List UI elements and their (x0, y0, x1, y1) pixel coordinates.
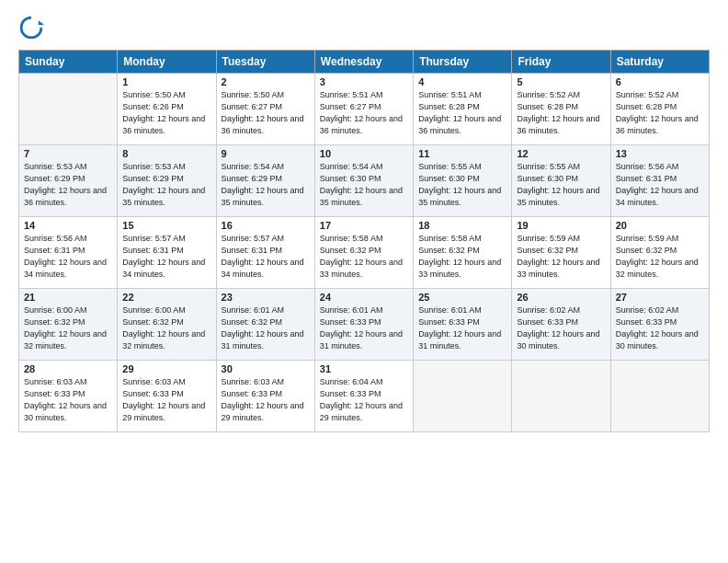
day-number: 15 (122, 220, 210, 231)
cell-2-2: 8Sunrise: 5:53 AMSunset: 6:29 PMDaylight… (118, 145, 216, 217)
cell-3-6: 19Sunrise: 5:59 AMSunset: 6:32 PMDayligh… (512, 217, 610, 289)
day-number: 16 (222, 220, 310, 231)
day-number: 7 (24, 148, 112, 159)
cell-3-7: 20Sunrise: 5:59 AMSunset: 6:32 PMDayligh… (610, 217, 709, 289)
cell-3-5: 18Sunrise: 5:58 AMSunset: 6:32 PMDayligh… (414, 217, 512, 289)
week-row-3: 14Sunrise: 5:56 AMSunset: 6:31 PMDayligh… (19, 217, 710, 289)
cell-1-3: 2Sunrise: 5:50 AMSunset: 6:27 PMDaylight… (216, 74, 314, 145)
day-number: 29 (122, 363, 210, 374)
day-info: Sunrise: 5:56 AMSunset: 6:31 PMDaylight:… (24, 233, 112, 281)
day-number: 3 (320, 76, 408, 87)
day-info: Sunrise: 5:51 AMSunset: 6:28 PMDaylight:… (418, 89, 506, 137)
week-row-5: 28Sunrise: 6:03 AMSunset: 6:33 PMDayligh… (19, 361, 710, 432)
day-number: 27 (616, 292, 704, 303)
day-info: Sunrise: 6:01 AMSunset: 6:33 PMDaylight:… (320, 304, 408, 352)
cell-3-1: 14Sunrise: 5:56 AMSunset: 6:31 PMDayligh… (19, 217, 118, 289)
cell-5-2: 29Sunrise: 6:03 AMSunset: 6:33 PMDayligh… (118, 361, 216, 432)
logo-icon (18, 15, 44, 40)
day-number: 8 (122, 148, 210, 159)
day-info: Sunrise: 6:02 AMSunset: 6:33 PMDaylight:… (517, 304, 605, 352)
day-number: 2 (222, 76, 310, 87)
cell-1-4: 3Sunrise: 5:51 AMSunset: 6:27 PMDaylight… (314, 74, 413, 145)
cell-2-6: 12Sunrise: 5:55 AMSunset: 6:30 PMDayligh… (512, 145, 610, 217)
day-number: 14 (24, 220, 112, 231)
cell-2-4: 10Sunrise: 5:54 AMSunset: 6:30 PMDayligh… (314, 145, 413, 217)
day-info: Sunrise: 5:53 AMSunset: 6:29 PMDaylight:… (24, 161, 112, 209)
week-row-2: 7Sunrise: 5:53 AMSunset: 6:29 PMDaylight… (19, 145, 710, 217)
day-number: 13 (616, 148, 704, 159)
svg-marker-0 (39, 20, 44, 25)
day-number: 25 (418, 292, 506, 303)
cell-2-7: 13Sunrise: 5:56 AMSunset: 6:31 PMDayligh… (610, 145, 709, 217)
day-number: 10 (320, 148, 408, 159)
day-number: 24 (320, 292, 408, 303)
header (18, 15, 710, 40)
cell-5-1: 28Sunrise: 6:03 AMSunset: 6:33 PMDayligh… (19, 361, 118, 432)
col-header-saturday: Saturday (610, 51, 709, 74)
day-info: Sunrise: 6:00 AMSunset: 6:32 PMDaylight:… (24, 304, 112, 352)
day-info: Sunrise: 5:52 AMSunset: 6:28 PMDaylight:… (616, 89, 704, 137)
day-info: Sunrise: 6:00 AMSunset: 6:32 PMDaylight:… (122, 304, 210, 352)
day-number: 28 (24, 363, 112, 374)
cell-1-7: 6Sunrise: 5:52 AMSunset: 6:28 PMDaylight… (610, 74, 709, 145)
day-info: Sunrise: 6:02 AMSunset: 6:33 PMDaylight:… (616, 304, 704, 352)
day-info: Sunrise: 5:57 AMSunset: 6:31 PMDaylight:… (222, 233, 310, 281)
cell-2-1: 7Sunrise: 5:53 AMSunset: 6:29 PMDaylight… (19, 145, 118, 217)
day-info: Sunrise: 6:01 AMSunset: 6:32 PMDaylight:… (222, 304, 310, 352)
cell-3-2: 15Sunrise: 5:57 AMSunset: 6:31 PMDayligh… (118, 217, 216, 289)
day-info: Sunrise: 5:51 AMSunset: 6:27 PMDaylight:… (320, 89, 408, 137)
cell-2-3: 9Sunrise: 5:54 AMSunset: 6:29 PMDaylight… (216, 145, 314, 217)
cell-1-1 (19, 74, 118, 145)
day-info: Sunrise: 6:04 AMSunset: 6:33 PMDaylight:… (320, 376, 408, 424)
cell-5-4: 31Sunrise: 6:04 AMSunset: 6:33 PMDayligh… (314, 361, 413, 432)
col-header-monday: Monday (118, 51, 216, 74)
col-header-sunday: Sunday (19, 51, 118, 74)
day-number: 11 (418, 148, 506, 159)
day-number: 4 (418, 76, 506, 87)
day-number: 19 (517, 220, 605, 231)
cell-1-6: 5Sunrise: 5:52 AMSunset: 6:28 PMDaylight… (512, 74, 610, 145)
cell-1-5: 4Sunrise: 5:51 AMSunset: 6:28 PMDaylight… (414, 74, 512, 145)
cell-5-5 (414, 361, 512, 432)
day-info: Sunrise: 5:59 AMSunset: 6:32 PMDaylight:… (517, 233, 605, 281)
cell-4-2: 22Sunrise: 6:00 AMSunset: 6:32 PMDayligh… (118, 289, 216, 361)
col-header-wednesday: Wednesday (314, 51, 413, 74)
day-info: Sunrise: 6:01 AMSunset: 6:33 PMDaylight:… (418, 304, 506, 352)
cell-1-2: 1Sunrise: 5:50 AMSunset: 6:26 PMDaylight… (118, 74, 216, 145)
col-header-friday: Friday (512, 51, 610, 74)
page: SundayMondayTuesdayWednesdayThursdayFrid… (0, 0, 728, 563)
day-info: Sunrise: 5:50 AMSunset: 6:26 PMDaylight:… (122, 89, 210, 137)
cell-3-4: 17Sunrise: 5:58 AMSunset: 6:32 PMDayligh… (314, 217, 413, 289)
day-number: 5 (517, 76, 605, 87)
day-info: Sunrise: 6:03 AMSunset: 6:33 PMDaylight:… (222, 376, 310, 424)
cell-4-1: 21Sunrise: 6:00 AMSunset: 6:32 PMDayligh… (19, 289, 118, 361)
day-info: Sunrise: 5:59 AMSunset: 6:32 PMDaylight:… (616, 233, 704, 281)
day-info: Sunrise: 6:03 AMSunset: 6:33 PMDaylight:… (122, 376, 210, 424)
day-info: Sunrise: 5:54 AMSunset: 6:29 PMDaylight:… (222, 161, 310, 209)
day-info: Sunrise: 5:50 AMSunset: 6:27 PMDaylight:… (222, 89, 310, 137)
week-row-4: 21Sunrise: 6:00 AMSunset: 6:32 PMDayligh… (19, 289, 710, 361)
cell-3-3: 16Sunrise: 5:57 AMSunset: 6:31 PMDayligh… (216, 217, 314, 289)
day-info: Sunrise: 5:55 AMSunset: 6:30 PMDaylight:… (517, 161, 605, 209)
day-number: 21 (24, 292, 112, 303)
day-info: Sunrise: 5:57 AMSunset: 6:31 PMDaylight:… (122, 233, 210, 281)
calendar-body: 1Sunrise: 5:50 AMSunset: 6:26 PMDaylight… (19, 74, 710, 432)
cell-4-3: 23Sunrise: 6:01 AMSunset: 6:32 PMDayligh… (216, 289, 314, 361)
col-header-tuesday: Tuesday (216, 51, 314, 74)
day-number: 31 (320, 363, 408, 374)
cell-2-5: 11Sunrise: 5:55 AMSunset: 6:30 PMDayligh… (414, 145, 512, 217)
day-number: 30 (222, 363, 310, 374)
day-number: 20 (616, 220, 704, 231)
day-info: Sunrise: 5:58 AMSunset: 6:32 PMDaylight:… (418, 233, 506, 281)
day-info: Sunrise: 6:03 AMSunset: 6:33 PMDaylight:… (24, 376, 112, 424)
day-info: Sunrise: 5:54 AMSunset: 6:30 PMDaylight:… (320, 161, 408, 209)
cell-4-6: 26Sunrise: 6:02 AMSunset: 6:33 PMDayligh… (512, 289, 610, 361)
cell-5-3: 30Sunrise: 6:03 AMSunset: 6:33 PMDayligh… (216, 361, 314, 432)
day-number: 26 (517, 292, 605, 303)
calendar-table: SundayMondayTuesdayWednesdayThursdayFrid… (18, 50, 710, 432)
day-number: 18 (418, 220, 506, 231)
cell-5-7 (610, 361, 709, 432)
day-number: 23 (222, 292, 310, 303)
week-row-1: 1Sunrise: 5:50 AMSunset: 6:26 PMDaylight… (19, 74, 710, 145)
day-info: Sunrise: 5:58 AMSunset: 6:32 PMDaylight:… (320, 233, 408, 281)
